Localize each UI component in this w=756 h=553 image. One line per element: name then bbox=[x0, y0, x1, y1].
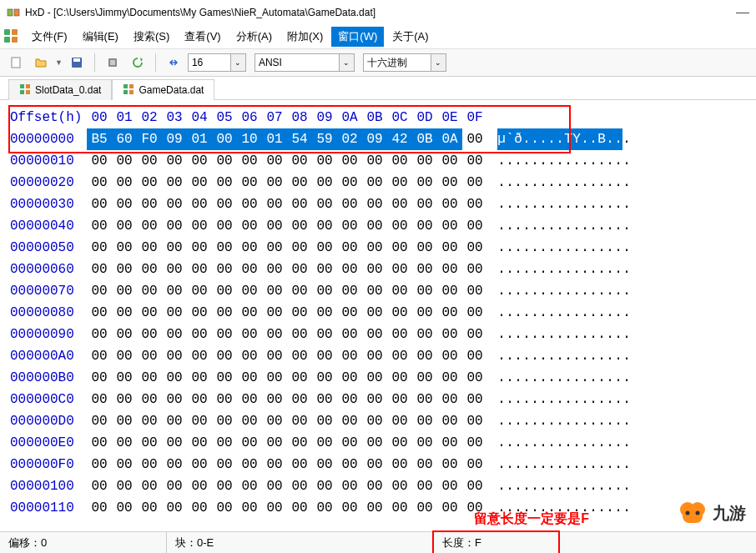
hex-byte[interactable]: 00 bbox=[187, 367, 212, 389]
ascii-char[interactable]: . bbox=[622, 475, 631, 497]
ascii-char[interactable]: . bbox=[572, 454, 581, 475]
hex-byte[interactable]: 00 bbox=[362, 324, 387, 345]
ascii-char[interactable]: . bbox=[556, 389, 564, 410]
ascii-char[interactable]: . bbox=[531, 215, 539, 237]
hex-byte[interactable]: 00 bbox=[462, 172, 487, 194]
hex-byte[interactable]: 00 bbox=[162, 497, 187, 519]
hex-byte[interactable]: 00 bbox=[287, 389, 312, 410]
hex-byte[interactable]: 00 bbox=[437, 389, 462, 410]
ascii-char[interactable]: . bbox=[539, 215, 547, 237]
hex-byte[interactable]: 00 bbox=[462, 259, 487, 280]
hex-byte[interactable]: 00 bbox=[212, 475, 237, 497]
ascii-char[interactable]: . bbox=[597, 432, 606, 454]
ascii-char[interactable]: . bbox=[506, 475, 514, 497]
ascii-char[interactable]: . bbox=[622, 128, 631, 150]
ascii-char[interactable]: . bbox=[531, 128, 539, 150]
ascii-char[interactable]: . bbox=[514, 389, 522, 410]
ascii-char[interactable]: . bbox=[622, 259, 631, 280]
hex-byte[interactable]: 00 bbox=[287, 302, 312, 324]
hex-byte[interactable]: 00 bbox=[262, 215, 287, 237]
ascii-char[interactable]: . bbox=[564, 389, 572, 410]
ascii-char[interactable]: . bbox=[522, 324, 531, 345]
ascii-char[interactable]: . bbox=[522, 280, 531, 302]
hex-byte[interactable]: 00 bbox=[437, 194, 462, 215]
hex-byte[interactable]: 00 bbox=[112, 215, 137, 237]
hex-byte[interactable]: 00 bbox=[87, 194, 112, 215]
hex-byte[interactable]: 00 bbox=[137, 389, 162, 410]
ascii-char[interactable]: . bbox=[614, 237, 622, 259]
hex-byte[interactable]: 00 bbox=[337, 410, 362, 432]
ascii-char[interactable]: . bbox=[514, 454, 522, 475]
ascii-char[interactable]: . bbox=[572, 389, 581, 410]
menu-view[interactable]: 查看(V) bbox=[178, 27, 227, 47]
hex-byte[interactable]: 01 bbox=[262, 128, 287, 150]
ascii-char[interactable]: . bbox=[597, 150, 606, 172]
hex-byte[interactable]: 00 bbox=[362, 497, 387, 519]
dropdown-arrow-icon[interactable]: ⌄ bbox=[339, 54, 354, 71]
hex-byte[interactable]: 00 bbox=[412, 345, 437, 367]
ascii-char[interactable]: . bbox=[589, 345, 597, 367]
tab-gamedata[interactable]: GameData.dat bbox=[112, 79, 214, 100]
hex-byte[interactable]: 00 bbox=[212, 389, 237, 410]
hex-byte[interactable]: 00 bbox=[337, 150, 362, 172]
hex-byte[interactable]: 00 bbox=[237, 324, 262, 345]
hex-byte[interactable]: 00 bbox=[362, 345, 387, 367]
hex-byte[interactable]: 00 bbox=[387, 302, 412, 324]
ascii-char[interactable]: . bbox=[564, 432, 572, 454]
ascii-char[interactable]: . bbox=[564, 237, 572, 259]
hex-byte[interactable]: 00 bbox=[187, 410, 212, 432]
hex-byte[interactable]: 00 bbox=[137, 194, 162, 215]
hex-byte[interactable]: 00 bbox=[362, 280, 387, 302]
ascii-char[interactable]: . bbox=[539, 237, 547, 259]
hex-byte[interactable]: 00 bbox=[412, 259, 437, 280]
ascii-char[interactable]: . bbox=[531, 367, 539, 389]
ascii-char[interactable]: . bbox=[606, 280, 614, 302]
hex-byte[interactable]: 00 bbox=[87, 280, 112, 302]
ascii-char[interactable]: . bbox=[597, 454, 606, 475]
hex-byte[interactable]: 00 bbox=[212, 237, 237, 259]
hex-byte[interactable]: 00 bbox=[237, 389, 262, 410]
hex-byte[interactable]: 00 bbox=[162, 215, 187, 237]
ascii-char[interactable]: . bbox=[547, 345, 556, 367]
ascii-char[interactable]: . bbox=[614, 280, 622, 302]
ascii-char[interactable]: . bbox=[622, 324, 631, 345]
ascii-char[interactable]: . bbox=[589, 194, 597, 215]
hex-byte[interactable]: 00 bbox=[337, 215, 362, 237]
hex-byte[interactable]: 00 bbox=[337, 172, 362, 194]
ascii-char[interactable]: . bbox=[556, 128, 564, 150]
base-input[interactable]: ⌄ bbox=[363, 53, 446, 72]
hex-row[interactable]: 0000011000000000000000000000000000000000… bbox=[10, 497, 746, 519]
hex-byte[interactable]: 00 bbox=[387, 215, 412, 237]
hex-byte[interactable]: 00 bbox=[237, 150, 262, 172]
hex-byte[interactable]: 00 bbox=[462, 194, 487, 215]
ascii-char[interactable]: . bbox=[539, 454, 547, 475]
ascii-char[interactable]: . bbox=[589, 432, 597, 454]
hex-byte[interactable]: 00 bbox=[212, 194, 237, 215]
hex-byte[interactable]: 00 bbox=[187, 389, 212, 410]
hex-byte[interactable]: 00 bbox=[162, 324, 187, 345]
ascii-char[interactable]: . bbox=[539, 367, 547, 389]
hex-byte[interactable]: 00 bbox=[287, 410, 312, 432]
ascii-char[interactable]: . bbox=[531, 172, 539, 194]
ascii-char[interactable]: . bbox=[597, 475, 606, 497]
ascii-char[interactable]: . bbox=[522, 150, 531, 172]
ascii-char[interactable]: . bbox=[572, 280, 581, 302]
ascii-char[interactable]: . bbox=[497, 432, 506, 454]
hex-byte[interactable]: 00 bbox=[112, 302, 137, 324]
ascii-char[interactable]: . bbox=[539, 150, 547, 172]
hex-byte[interactable]: 00 bbox=[212, 215, 237, 237]
hex-row[interactable]: 0000005000000000000000000000000000000000… bbox=[10, 237, 746, 259]
ascii-char[interactable]: . bbox=[506, 324, 514, 345]
hex-byte[interactable]: 00 bbox=[387, 475, 412, 497]
hex-byte[interactable]: 00 bbox=[312, 172, 337, 194]
ascii-char[interactable]: . bbox=[564, 454, 572, 475]
hex-byte[interactable]: 00 bbox=[312, 389, 337, 410]
ascii-char[interactable]: . bbox=[539, 475, 547, 497]
hex-byte[interactable]: 00 bbox=[112, 259, 137, 280]
hex-byte[interactable]: 00 bbox=[212, 280, 237, 302]
menu-file[interactable]: 文件(F) bbox=[25, 27, 74, 47]
hex-byte[interactable]: 00 bbox=[87, 150, 112, 172]
ascii-char[interactable]: . bbox=[547, 237, 556, 259]
hex-byte[interactable]: 00 bbox=[87, 367, 112, 389]
ascii-char[interactable]: . bbox=[581, 475, 589, 497]
